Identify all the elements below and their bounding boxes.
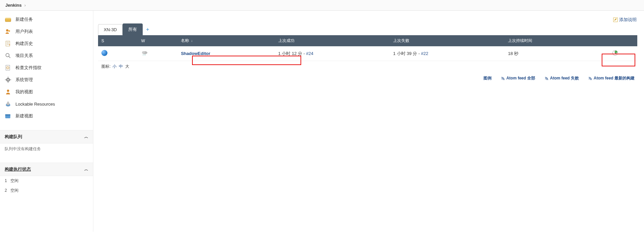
- svg-rect-23: [5, 114, 10, 115]
- sidebar-item-relation[interactable]: 项目关系: [0, 50, 93, 62]
- sidebar-item-label: 新建视图: [15, 113, 33, 119]
- jobs-table: S W 名称 ↓ 上次成功 上次失败 上次持续时间: [98, 35, 637, 61]
- queue-title: 构建队列: [5, 134, 22, 140]
- sidebar-item-label: 用户列表: [15, 28, 33, 35]
- svg-rect-15: [8, 77, 8, 78]
- executor-state: 空闲: [10, 188, 18, 193]
- breadcrumb-separator: ›: [24, 3, 26, 8]
- sidebar-item-lockable[interactable]: Lockable Resources: [0, 98, 93, 110]
- fingerprint-icon: [5, 64, 11, 71]
- schedule-build-icon[interactable]: [612, 50, 618, 56]
- pencil-icon: [613, 17, 618, 22]
- executor-row: 2 空闲: [0, 186, 93, 195]
- atom-feed-fail-link[interactable]: Atom feed 失败: [545, 75, 579, 81]
- new-item-icon: [5, 16, 11, 23]
- add-view-button[interactable]: +: [143, 24, 152, 35]
- sidebar-item-label: 新建任务: [15, 16, 33, 22]
- chevron-up-icon: ︿: [84, 134, 88, 140]
- footer-links: 图例 Atom feed 全部 Atom feed 失败 Atom feed 最…: [98, 72, 637, 81]
- last-fail-text: 1 小时 39 分 -: [393, 51, 421, 56]
- atom-feed-all-link[interactable]: Atom feed 全部: [501, 75, 535, 81]
- icon-size-large[interactable]: 大: [125, 64, 129, 69]
- sidebar-item-label: 系统管理: [15, 77, 33, 83]
- atom-feed-latest-link[interactable]: Atom feed 最新的构建: [588, 75, 635, 81]
- sidebar-item-fingerprint[interactable]: 检查文件指纹: [0, 62, 93, 74]
- sort-down-icon: ↓: [190, 39, 193, 43]
- executor-pane-header[interactable]: 构建执行状态 ︿: [0, 163, 93, 176]
- sidebar-item-label: 我的视图: [15, 89, 33, 95]
- last-fail-build-link[interactable]: #22: [421, 51, 428, 56]
- svg-rect-4: [6, 41, 10, 46]
- svg-point-19: [7, 90, 9, 92]
- sidebar-item-new-job[interactable]: 新建任务: [0, 13, 93, 25]
- svg-point-26: [142, 51, 145, 54]
- tab-all[interactable]: 所有: [123, 23, 143, 35]
- my-views-icon: [5, 89, 11, 95]
- svg-line-9: [9, 56, 10, 58]
- legend-link[interactable]: 图例: [484, 75, 492, 81]
- people-icon: [5, 28, 11, 35]
- last-ok-build-link[interactable]: #24: [306, 51, 314, 56]
- sidebar-item-label: 检查文件指纹: [15, 65, 42, 71]
- col-header-duration[interactable]: 上次持续时间: [505, 35, 593, 46]
- col-header-name[interactable]: 名称 ↓: [178, 35, 275, 46]
- col-header-action: [593, 35, 637, 46]
- icon-size-medium[interactable]: 中: [119, 64, 123, 69]
- chevron-up-icon: ︿: [84, 167, 88, 172]
- col-header-status[interactable]: S: [98, 35, 138, 46]
- queue-pane-header[interactable]: 构建队列 ︿: [0, 130, 93, 143]
- add-description-label: 添加说明: [619, 17, 637, 23]
- svg-rect-21: [7, 103, 9, 105]
- rss-icon: [545, 76, 549, 80]
- sidebar-item-my-views[interactable]: 我的视图: [0, 86, 93, 98]
- col-header-weather[interactable]: W: [138, 35, 177, 46]
- sidebar: 新建任务 用户列表 构建历史 项目关系: [0, 11, 93, 232]
- gear-icon: [5, 76, 11, 83]
- svg-rect-16: [8, 82, 8, 83]
- icon-size-small[interactable]: 小: [112, 64, 117, 69]
- table-row: ShadowEditor 1 小时 12 分 - #24 1 小时 39 分 -…: [98, 46, 637, 61]
- main-panel: 添加说明 XN-3D 所有 + S W 名称 ↓ 上次成功 上次失败 上次持续时…: [93, 11, 644, 232]
- status-ball-blue-icon[interactable]: [101, 50, 107, 56]
- sidebar-item-label: 项目关系: [15, 53, 33, 59]
- svg-line-27: [143, 54, 143, 55]
- sidebar-item-history[interactable]: 构建历史: [0, 38, 93, 50]
- sidebar-item-new-view[interactable]: 新建视图: [0, 110, 93, 122]
- svg-rect-17: [5, 79, 6, 80]
- search-icon: [5, 52, 11, 59]
- icon-size-label: 图标:: [101, 64, 110, 69]
- executor-num: 2: [5, 188, 7, 193]
- last-ok-text: 1 小时 12 分 -: [278, 51, 306, 56]
- svg-point-2: [6, 29, 8, 32]
- sidebar-item-people[interactable]: 用户列表: [0, 25, 93, 38]
- duration-text: 18 秒: [508, 51, 518, 56]
- breadcrumb-bar: Jenkins ›: [0, 0, 644, 11]
- executor-num: 1: [5, 178, 7, 183]
- lock-icon: [5, 101, 11, 107]
- executor-state: 空闲: [10, 178, 18, 183]
- svg-rect-1: [5, 18, 11, 19]
- svg-point-14: [7, 79, 9, 80]
- svg-point-3: [8, 30, 10, 32]
- job-name-link[interactable]: ShadowEditor: [181, 51, 210, 56]
- tab-xn-3d[interactable]: XN-3D: [98, 24, 123, 35]
- executor-title[interactable]: 构建执行状态: [5, 166, 31, 172]
- sidebar-item-label: 构建历史: [15, 41, 33, 47]
- breadcrumb-root[interactable]: Jenkins: [5, 3, 21, 8]
- history-icon: [5, 40, 11, 47]
- view-tabs: XN-3D 所有 +: [98, 23, 637, 35]
- col-header-last-fail[interactable]: 上次失败: [390, 35, 505, 46]
- rss-icon: [588, 76, 592, 80]
- weather-cloudy-rain-icon[interactable]: [141, 50, 148, 56]
- rss-icon: [501, 76, 505, 80]
- add-description-link[interactable]: 添加说明: [613, 17, 637, 23]
- new-view-icon: [5, 113, 11, 119]
- col-header-last-ok[interactable]: 上次成功: [275, 35, 390, 46]
- svg-line-29: [145, 54, 146, 55]
- queue-empty-text: 队列中没有构建任务: [0, 143, 93, 155]
- icon-size-selector: 图标: 小 中 大: [98, 61, 637, 72]
- svg-line-28: [144, 54, 145, 55]
- sidebar-item-manage[interactable]: 系统管理: [0, 74, 93, 86]
- executor-row: 1 空闲: [0, 176, 93, 186]
- sidebar-item-label: Lockable Resources: [15, 102, 55, 107]
